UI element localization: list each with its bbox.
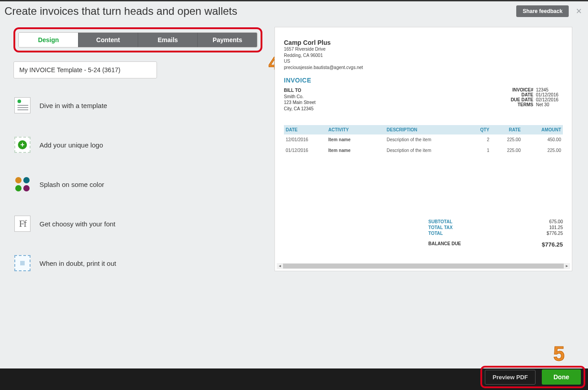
table-row: 12/01/2016 Item name Description of the … [284,134,563,145]
option-print-label: When in doubt, print it out [39,260,116,267]
company-name: Camp Corl Plus [284,39,563,46]
palette-icon [13,175,31,193]
done-button[interactable]: Done [542,369,581,385]
option-font-label: Get choosy with your font [39,220,115,228]
preview-pdf-button[interactable]: Preview PDF [485,370,536,385]
close-icon[interactable]: × [574,5,584,17]
bill-to-block: BILL TO Smith Co. 123 Main Street City, … [284,87,316,112]
option-template-label: Dive in with a template [39,102,107,109]
option-color[interactable]: Splash on some color [13,175,262,193]
invoice-line-table: DATE ACTIVITY DESCRIPTION QTY RATE AMOUN… [284,125,563,156]
invoice-totals: SUBTOTAL675.00 TOTAL TAX101.25 TOTAL$776… [428,219,563,248]
template-icon [13,96,31,114]
font-icon: Ff [13,215,31,233]
option-print[interactable]: When in doubt, print it out [13,254,262,272]
invoice-title: INVOICE [284,77,563,84]
page-title: Create invoices that turn heads and open… [4,5,237,17]
invoice-meta: INVOICE#12345 DATE01/12/2016 DUE DATE02/… [511,87,563,112]
table-row: 01/12/2016 Item name Description of the … [284,145,563,156]
footer-bar: Preview PDF Done [0,368,588,390]
scroll-right-icon[interactable]: ► [564,263,570,269]
tab-bar: Design Content Emails Payments [18,32,257,48]
footer-highlight-annotation: Preview PDF Done [480,366,585,388]
tab-content[interactable]: Content [78,33,138,47]
invoice-preview: Camp Corl Plus 1657 Riverside Drive Redd… [275,27,572,271]
option-logo-label: Add your unique logo [39,141,103,149]
company-address: 1657 Riverside Drive Redding, CA 96001 U… [284,46,563,70]
print-layout-icon [13,254,31,272]
tab-highlight-annotation: Design Content Emails Payments [13,27,262,52]
option-logo[interactable]: + Add your unique logo [13,136,262,154]
step-annotation-5: 5 [553,342,565,366]
option-template[interactable]: Dive in with a template [13,96,262,114]
option-font[interactable]: Ff Get choosy with your font [13,215,262,233]
tab-emails[interactable]: Emails [138,33,198,47]
option-color-label: Splash on some color [39,181,104,188]
template-name-input[interactable] [13,61,157,78]
scroll-left-icon[interactable]: ◄ [277,263,283,269]
share-feedback-button[interactable]: Share feedback [516,5,569,17]
plus-circle-icon: + [13,136,31,154]
tab-payments[interactable]: Payments [198,33,257,47]
tab-design[interactable]: Design [19,33,78,47]
preview-horizontal-scrollbar[interactable]: ◄ ► [277,263,570,269]
